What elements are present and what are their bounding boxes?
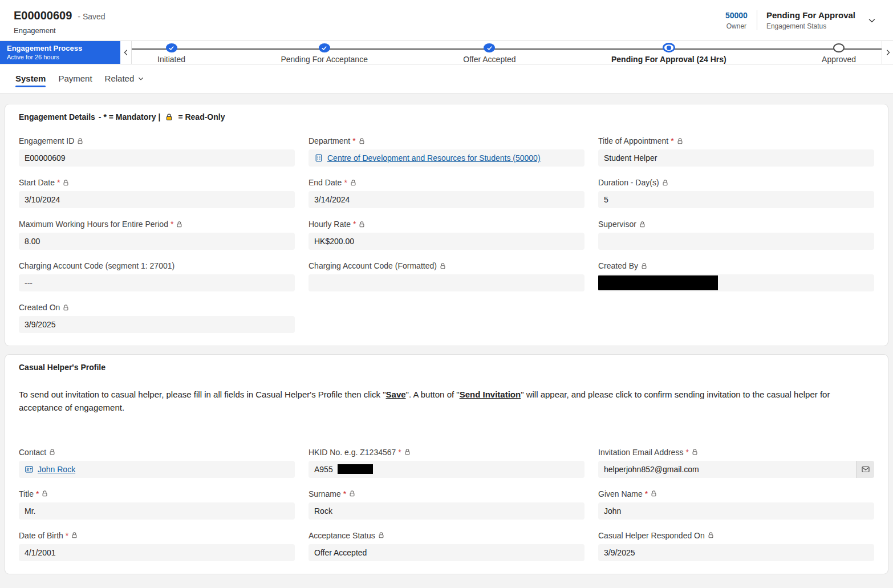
department-value: Centre of Development and Resources for … xyxy=(309,149,584,167)
engagement-details-grid: Engagement ID E00000609 Department * Cen… xyxy=(14,136,879,333)
process-stages: Initiated Pending For Acceptance Offer A… xyxy=(132,41,882,64)
process-scroll-left-button[interactable] xyxy=(120,41,132,64)
field-label: Hourly Rate xyxy=(309,220,351,229)
stage-initiated[interactable]: Initiated xyxy=(157,41,185,64)
required-asterisk: * xyxy=(344,178,347,187)
field-label: Start Date xyxy=(19,178,55,187)
field-label: Maximum Working Hours for Entire Period xyxy=(19,220,168,229)
process-active-duration: Active for 26 hours xyxy=(7,54,113,60)
lock-icon xyxy=(676,137,684,145)
charging-account-code-segment1-value[interactable]: --- xyxy=(19,274,295,291)
record-header-left: E00000609 - Saved Engagement xyxy=(14,9,105,35)
lock-icon xyxy=(358,137,366,145)
field-charging-account-code-segment1: Charging Account Code (segment 1: 27001)… xyxy=(19,261,295,291)
mail-icon xyxy=(861,465,870,474)
field-start-date: Start Date * 3/10/2024 xyxy=(19,178,295,208)
lock-icon xyxy=(76,137,84,145)
required-asterisk: * xyxy=(343,489,346,498)
tab-related[interactable]: Related xyxy=(99,74,151,93)
process-scroll-right-button[interactable] xyxy=(882,41,893,64)
stage-pending-for-acceptance[interactable]: Pending For Acceptance xyxy=(281,41,368,64)
stage-complete-icon xyxy=(166,43,177,52)
field-max-working-hours: Maximum Working Hours for Entire Period … xyxy=(19,220,295,250)
stage-current-icon xyxy=(663,43,675,52)
required-asterisk: * xyxy=(645,489,648,498)
record-id: E00000609 xyxy=(14,9,72,22)
lock-icon xyxy=(62,179,70,186)
stage-future-icon xyxy=(833,43,845,52)
given-name-value: John xyxy=(598,502,874,520)
department-icon xyxy=(314,153,323,163)
field-label: Charging Account Code (segment 1: 27001) xyxy=(19,261,174,270)
chevron-down-icon[interactable] xyxy=(864,13,879,28)
entity-type: Engagement xyxy=(14,26,105,35)
send-email-button[interactable] xyxy=(856,461,874,478)
section-title: Casual Helper's Profile xyxy=(19,363,874,372)
charging-account-code-formatted-value xyxy=(309,274,584,291)
stage-approved[interactable]: Approved xyxy=(822,41,856,64)
field-label: Invitation Email Address xyxy=(598,448,683,457)
owner-link[interactable]: 50000 xyxy=(725,11,748,20)
stage-offer-accepted[interactable]: Offer Accepted xyxy=(463,41,515,64)
stage-label: Initiated xyxy=(157,55,185,64)
stage-pending-for-approval[interactable]: Pending For Approval (24 Hrs) xyxy=(611,41,726,64)
lock-icon xyxy=(62,304,70,311)
end-date-value: 3/14/2024 xyxy=(309,191,584,208)
created-by-value xyxy=(598,274,874,291)
saved-status: - Saved xyxy=(78,12,105,21)
lock-icon xyxy=(404,448,411,456)
process-badge[interactable]: Engagement Process Active for 26 hours xyxy=(0,41,120,64)
field-duration-days: Duration - Day(s) 5 xyxy=(598,178,874,208)
form-tabs: System Payment Related xyxy=(0,64,893,94)
tab-payment[interactable]: Payment xyxy=(52,74,98,93)
field-label: End Date xyxy=(309,178,342,187)
lock-icon xyxy=(439,262,446,270)
start-date-value: 3/10/2024 xyxy=(19,191,295,208)
tab-system[interactable]: System xyxy=(9,74,52,93)
lock-icon xyxy=(348,490,356,497)
contact-card-icon xyxy=(25,465,34,474)
field-engagement-id: Engagement ID E00000609 xyxy=(19,136,295,167)
owner-label: Owner xyxy=(725,22,748,30)
required-asterisk: * xyxy=(685,448,688,457)
field-end-date: End Date * 3/14/2024 xyxy=(309,178,584,208)
lock-icon xyxy=(707,532,715,539)
chevron-left-icon xyxy=(122,48,130,56)
department-link[interactable]: Centre of Development and Resources for … xyxy=(314,153,541,163)
created-on-value: 3/9/2025 xyxy=(19,316,295,333)
hkid-value: A955 xyxy=(309,461,584,478)
casual-helper-responded-on-value: 3/9/2025 xyxy=(598,544,874,561)
engagement-details-section: Engagement Details - * = Mandatory | = R… xyxy=(5,104,888,346)
required-asterisk: * xyxy=(353,220,356,229)
chevron-right-icon xyxy=(884,48,892,56)
stage-complete-icon xyxy=(319,43,330,52)
business-process-flow: Engagement Process Active for 26 hours I… xyxy=(0,40,893,64)
engagement-status-label: Engagement Status xyxy=(766,22,855,30)
invitation-email-value: helperjohn852@gmail.com xyxy=(598,461,874,478)
field-label: Contact xyxy=(19,448,46,457)
field-contact: Contact John Rock xyxy=(19,448,295,478)
field-label: Created By xyxy=(598,261,638,270)
lock-icon xyxy=(350,179,357,186)
supervisor-value xyxy=(598,233,874,250)
redaction-box xyxy=(598,275,718,290)
field-title-of-appointment: Title of Appointment * Student Helper xyxy=(598,136,874,167)
field-surname: Surname * Rock xyxy=(309,489,584,520)
contact-link[interactable]: John Rock xyxy=(25,465,75,474)
lock-icon xyxy=(640,262,648,270)
field-charging-account-code-formatted: Charging Account Code (Formatted) xyxy=(309,261,584,291)
tab-label: Related xyxy=(105,74,135,83)
lock-icon xyxy=(378,532,385,539)
lock-icon xyxy=(71,532,78,539)
field-invitation-email: Invitation Email Address * helperjohn852… xyxy=(598,448,874,478)
field-label: Duration - Day(s) xyxy=(598,178,659,187)
chevron-down-icon xyxy=(137,75,144,82)
field-hourly-rate: Hourly Rate * HK$200.00 xyxy=(309,220,584,250)
lock-icon xyxy=(176,221,183,228)
hourly-rate-value: HK$200.00 xyxy=(309,233,584,250)
field-created-on: Created On 3/9/2025 xyxy=(19,303,295,333)
field-title: Title * Mr. xyxy=(19,489,295,520)
stage-label: Pending For Acceptance xyxy=(281,55,368,64)
field-label: Supervisor xyxy=(598,220,636,229)
lock-icon xyxy=(650,490,657,497)
